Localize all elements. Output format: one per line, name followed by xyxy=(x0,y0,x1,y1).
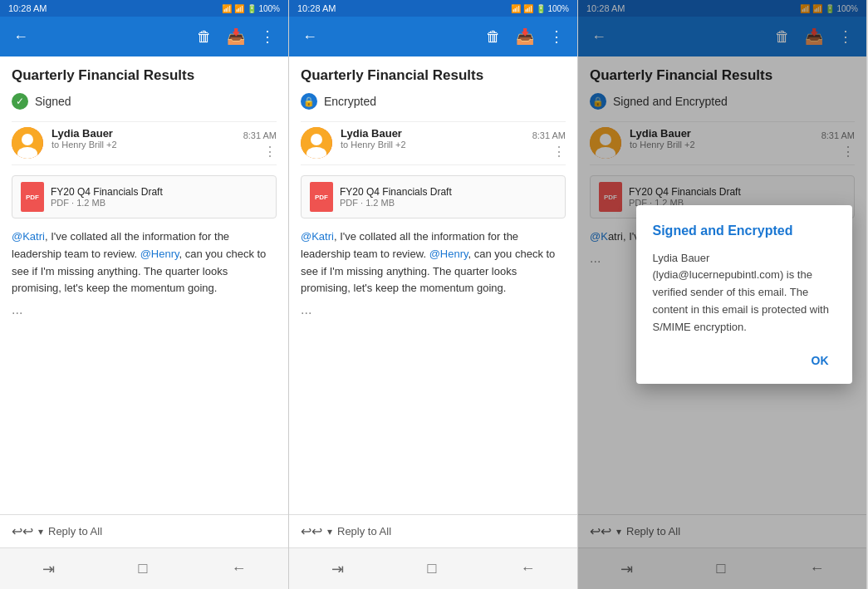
encrypted-label: Encrypted xyxy=(324,95,376,108)
wifi-icon: 📶 xyxy=(222,4,232,13)
email-content-1: Quarterly Financial Results ✓ Signed Lyd… xyxy=(0,56,288,514)
bottom-nav-1: ⇥ □ ← xyxy=(0,547,288,589)
nav-forward-2[interactable]: ⇥ xyxy=(331,560,344,578)
signed-label: Signed xyxy=(35,95,71,108)
svg-point-1 xyxy=(22,134,33,145)
email-time-1: 8:31 AM xyxy=(243,130,277,140)
attachment-info-1: FY20 Q4 Financials Draft PDF · 1.2 MB xyxy=(51,186,163,208)
more-button-2[interactable]: ⋮ xyxy=(546,24,567,49)
battery-icon: 🔋 100% xyxy=(247,4,280,13)
reply-bar-2[interactable]: ↩↩ ▾ Reply to All xyxy=(289,514,577,547)
email-more-1[interactable]: ⋮ xyxy=(243,144,277,160)
status-icons-2: 📶 📶 🔋 100% xyxy=(511,4,569,13)
signal-icon: 📶 xyxy=(234,4,244,13)
status-time-1: 10:28 AM xyxy=(8,3,47,13)
email-time-2: 8:31 AM xyxy=(532,130,566,140)
email-title-1: Quarterly Financial Results xyxy=(12,66,277,85)
ellipsis-1: ··· xyxy=(12,306,277,321)
sender-info-1: Lydia Bauer to Henry Brill +2 xyxy=(51,127,235,150)
attachment-2[interactable]: PDF FY20 Q4 Financials Draft PDF · 1.2 M… xyxy=(301,175,566,218)
back-button-2[interactable]: ← xyxy=(299,25,321,49)
svg-point-4 xyxy=(311,134,322,145)
more-button-1[interactable]: ⋮ xyxy=(257,24,278,49)
reply-text-1: Reply to All xyxy=(48,525,102,537)
battery-icon-2: 🔋 100% xyxy=(536,4,569,13)
archive-button-2[interactable]: 📥 xyxy=(512,24,537,49)
action-bar-1: ← 🗑 📥 ⋮ xyxy=(0,17,288,56)
dialog-actions: OK xyxy=(653,351,836,371)
status-time-2: 10:28 AM xyxy=(297,3,336,13)
att-name-2: FY20 Q4 Financials Draft xyxy=(340,186,452,198)
nav-forward-1[interactable]: ⇥ xyxy=(42,560,55,578)
archive-button-1[interactable]: 📥 xyxy=(223,24,248,49)
mention-henry-1: @Henry xyxy=(140,248,179,260)
dialog-ok-button[interactable]: OK xyxy=(805,351,836,371)
sender-name-1: Lydia Bauer xyxy=(51,127,235,140)
nav-square-1[interactable]: □ xyxy=(139,560,148,577)
sender-to-2: to Henry Brill +2 xyxy=(341,140,524,150)
email-body-1: @Katri, I've collated all the informatio… xyxy=(12,228,277,297)
email-title-2: Quarterly Financial Results xyxy=(301,66,566,85)
panel-signed-encrypted: 10:28 AM 📶 📶 🔋 100% ← 🗑 📥 ⋮ Quarterly Fi… xyxy=(578,0,867,589)
reply-chevron-2[interactable]: ▾ xyxy=(327,526,332,537)
email-body-2: @Katri, I've collated all the informatio… xyxy=(301,228,566,297)
email-header-2: Lydia Bauer to Henry Brill +2 8:31 AM ⋮ xyxy=(301,121,566,165)
avatar-2 xyxy=(301,127,332,159)
pdf-icon-2: PDF xyxy=(310,182,333,212)
email-content-2: Quarterly Financial Results 🔒 Encrypted … xyxy=(289,56,577,514)
dialog-title: Signed and Encrypted xyxy=(653,223,836,238)
nav-back-1[interactable]: ← xyxy=(231,560,246,577)
sender-name-2: Lydia Bauer xyxy=(341,127,524,140)
reply-text-2: Reply to All xyxy=(337,525,391,537)
avatar-1 xyxy=(12,127,43,159)
email-header-1: Lydia Bauer to Henry Brill +2 8:31 AM ⋮ xyxy=(12,121,277,165)
signal-icon-2: 📶 xyxy=(523,4,533,13)
attachment-info-2: FY20 Q4 Financials Draft PDF · 1.2 MB xyxy=(340,186,452,208)
reply-chevron-1[interactable]: ▾ xyxy=(38,526,43,537)
att-name-1: FY20 Q4 Financials Draft xyxy=(51,186,163,198)
email-time-area-2: 8:31 AM ⋮ xyxy=(532,127,566,160)
ellipsis-2: ··· xyxy=(301,306,566,321)
status-bar-2: 10:28 AM 📶 📶 🔋 100% xyxy=(289,0,577,17)
action-bar-2: ← 🗑 📥 ⋮ xyxy=(289,17,577,56)
pdf-icon-1: PDF xyxy=(21,182,44,212)
security-badge-encrypted[interactable]: 🔒 Encrypted xyxy=(301,93,566,110)
att-meta-2: PDF · 1.2 MB xyxy=(340,198,452,208)
nav-back-2[interactable]: ← xyxy=(520,560,535,577)
email-more-2[interactable]: ⋮ xyxy=(532,144,566,160)
delete-button-1[interactable]: 🗑 xyxy=(194,25,215,49)
mention-henry-2: @Henry xyxy=(429,248,468,260)
email-time-area-1: 8:31 AM ⋮ xyxy=(243,127,277,160)
signed-encrypted-dialog: Signed and Encrypted Lydia Bauer (lydia@… xyxy=(636,205,852,385)
status-icons-1: 📶 📶 🔋 100% xyxy=(222,4,280,13)
reply-icon-2: ↩↩ xyxy=(301,523,322,539)
signed-icon: ✓ xyxy=(12,93,28,110)
att-meta-1: PDF · 1.2 MB xyxy=(51,198,163,208)
status-bar-1: 10:28 AM 📶 📶 🔋 100% xyxy=(0,0,288,17)
sender-to-1: to Henry Brill +2 xyxy=(51,140,235,150)
bottom-nav-2: ⇥ □ ← xyxy=(289,547,577,589)
encrypted-icon: 🔒 xyxy=(301,93,317,110)
dialog-body: Lydia Bauer (lydia@lucernepubintl.com) i… xyxy=(653,250,836,336)
mention-katri-1: @Katri xyxy=(12,230,45,243)
back-button-1[interactable]: ← xyxy=(10,25,32,49)
security-badge-signed[interactable]: ✓ Signed xyxy=(12,93,277,110)
reply-bar-1[interactable]: ↩↩ ▾ Reply to All xyxy=(0,514,288,547)
panel-signed: 10:28 AM 📶 📶 🔋 100% ← 🗑 📥 ⋮ Quarterly Fi… xyxy=(0,0,289,589)
delete-button-2[interactable]: 🗑 xyxy=(483,25,504,49)
panel-encrypted: 10:28 AM 📶 📶 🔋 100% ← 🗑 📥 ⋮ Quarterly Fi… xyxy=(289,0,578,589)
nav-square-2[interactable]: □ xyxy=(428,560,437,577)
sender-info-2: Lydia Bauer to Henry Brill +2 xyxy=(341,127,524,150)
wifi-icon-2: 📶 xyxy=(511,4,521,13)
reply-icon-1: ↩↩ xyxy=(12,523,33,539)
attachment-1[interactable]: PDF FY20 Q4 Financials Draft PDF · 1.2 M… xyxy=(12,175,277,218)
mention-katri-2: @Katri xyxy=(301,230,334,243)
